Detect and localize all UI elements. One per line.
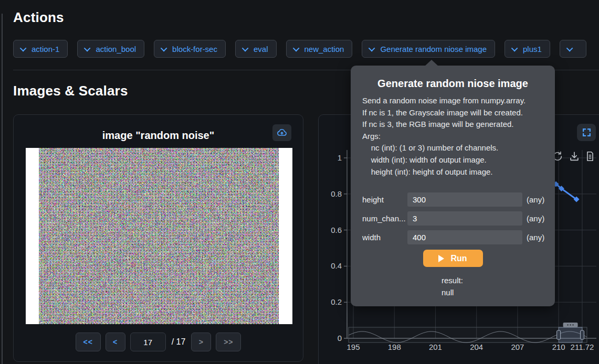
actions-section-title: Actions	[13, 9, 64, 26]
fullscreen-button[interactable]	[577, 124, 596, 141]
y-tick-label: 0.2	[331, 297, 342, 306]
image-panel-title: image "random noise"	[14, 130, 303, 142]
download-icon[interactable]	[569, 151, 580, 162]
run-button-label: Run	[450, 254, 467, 263]
y-tick-label: 0.8	[331, 189, 342, 198]
random-noise-image-frame	[26, 148, 292, 324]
image-pagination: << < / 17 > >>	[14, 333, 303, 351]
expand-corners-icon	[582, 127, 592, 137]
y-tick-label: 0.6	[331, 226, 342, 234]
arg-input-height[interactable]	[407, 192, 522, 207]
arg-label: height	[362, 195, 407, 204]
first-page-button[interactable]: <<	[76, 333, 101, 351]
arg-row-height: height (any)	[362, 192, 543, 207]
page-total-label: / 17	[172, 337, 186, 347]
action-button-label: eval	[254, 45, 268, 53]
left-scrollbar-track[interactable]	[2, 14, 3, 364]
popover-description: Send a random noise image from numpy.arr…	[362, 95, 543, 178]
action-button-label: action_bool	[96, 45, 136, 53]
image-panel-card: image "random noise" << < / 17 > >>	[13, 114, 303, 362]
arg-label: width	[362, 233, 407, 242]
datazoom-move-handle-dot	[570, 324, 571, 325]
action-popover: Generate random niose image Send a rando…	[351, 66, 555, 306]
x-tick-label: 195	[346, 342, 360, 351]
action-button-label: plus1	[523, 45, 542, 53]
datazoom-handle[interactable]	[557, 330, 561, 339]
action-button-new-action[interactable]: new_action	[286, 40, 353, 58]
arg-input-num-channels[interactable]	[407, 211, 522, 226]
x-tick-label: 211.72	[571, 342, 594, 351]
cloud-upload-button[interactable]	[272, 124, 291, 141]
action-button-label: action-1	[31, 45, 59, 53]
x-tick-label: 210	[552, 342, 565, 351]
images-scalars-section-title: Images & Scalars	[13, 83, 128, 99]
action-button-plus1[interactable]: plus1	[505, 40, 550, 58]
action-button-label: block-for-sec	[172, 45, 217, 53]
popover-arrow	[425, 60, 438, 66]
arg-type-hint: (any)	[527, 195, 544, 204]
chevron-down-icon	[566, 45, 573, 51]
action-button-generate-random-niose-image[interactable]: Generate random niose image	[362, 40, 495, 58]
action-button-label: Generate random niose image	[380, 45, 487, 53]
x-tick-label: 207	[511, 342, 524, 351]
popover-title: Generate random niose image	[351, 78, 555, 90]
arg-type-hint: (any)	[527, 214, 544, 223]
action-button-cutoff[interactable]	[560, 40, 586, 58]
run-button[interactable]: Run	[423, 250, 483, 267]
chevron-down-icon	[84, 45, 91, 51]
datazoom-navigator	[349, 327, 587, 342]
chevron-down-icon	[161, 45, 167, 51]
arg-label: num_chan...	[362, 214, 407, 223]
random-noise-image	[39, 148, 279, 324]
result-label: result:	[442, 274, 555, 286]
x-tick-label: 201	[429, 342, 442, 351]
chevron-down-icon	[292, 45, 299, 51]
play-icon	[438, 255, 444, 262]
chevron-down-icon	[511, 45, 518, 51]
arg-row-num-channels: num_chan... (any)	[362, 211, 543, 226]
y-tick-label: 0	[338, 334, 342, 342]
y-tick-label: 0.4	[331, 261, 342, 270]
datazoom-move-handle-dot	[567, 324, 568, 325]
series-line	[556, 184, 576, 199]
chevron-down-icon	[369, 45, 375, 51]
last-page-button[interactable]: >>	[216, 333, 241, 351]
datazoom-window[interactable]	[559, 327, 582, 342]
y-tick-label: 1	[338, 153, 342, 162]
arg-input-width[interactable]	[407, 230, 522, 244]
action-button-block-for-sec[interactable]: block-for-sec	[154, 40, 226, 58]
document-icon[interactable]	[584, 151, 596, 162]
chevron-down-icon	[20, 45, 27, 51]
action-button-action-bool[interactable]: action_bool	[77, 40, 144, 58]
prev-page-button[interactable]: <	[106, 333, 125, 351]
action-button-eval[interactable]: eval	[235, 40, 277, 58]
chevron-down-icon	[242, 45, 249, 51]
x-tick-label: 198	[388, 342, 401, 351]
actions-button-row: action-1 action_bool block-for-sec eval …	[13, 40, 586, 58]
action-button-action-1[interactable]: action-1	[13, 40, 68, 58]
page-number-input[interactable]	[130, 333, 166, 351]
result-value: null	[442, 286, 555, 298]
action-button-label: new_action	[304, 45, 344, 53]
datazoom-move-handle-dot	[572, 324, 573, 325]
popover-arg-fields: height (any) num_chan... (any) width (an…	[362, 192, 543, 244]
x-tick-label: 204	[470, 342, 483, 351]
datazoom-handle[interactable]	[581, 330, 584, 339]
popover-result: result: null	[442, 274, 555, 298]
next-page-button[interactable]: >	[191, 333, 211, 351]
cloud-upload-icon	[277, 127, 287, 138]
arg-row-width: width (any)	[362, 230, 543, 244]
arg-type-hint: (any)	[527, 233, 544, 242]
